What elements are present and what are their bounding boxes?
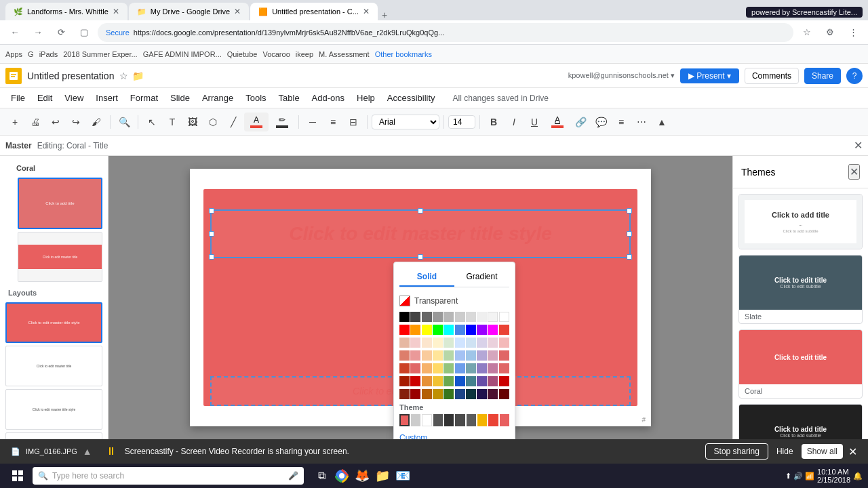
theme-color-6[interactable] [455, 414, 465, 426]
theme-card-coral[interactable]: Click to edit title Coral [738, 329, 863, 399]
firefox-app[interactable]: 🦊 [353, 466, 372, 485]
close-editing-btn[interactable]: ✕ [854, 139, 863, 152]
format-paint-btn[interactable]: 🖌 [87, 113, 106, 131]
align-btn[interactable]: ≡ [323, 113, 342, 131]
new-tab-btn[interactable]: + [382, 9, 387, 20]
folder-icon[interactable]: 📁 [132, 70, 144, 81]
comment-btn[interactable]: 💬 [591, 113, 610, 131]
color-cell[interactable] [455, 338, 465, 348]
back-btn[interactable]: ← [5, 23, 24, 42]
color-cell[interactable] [488, 338, 498, 348]
color-cell[interactable] [466, 325, 476, 335]
forward-btn[interactable]: → [28, 23, 47, 42]
zoom-btn[interactable]: 🔍 [115, 113, 134, 131]
color-cell[interactable] [433, 363, 443, 373]
bookmark-quietube[interactable]: Quietube [227, 50, 258, 58]
custom-link[interactable]: Custom... [399, 430, 509, 439]
menu-file[interactable]: File [5, 90, 31, 106]
theme-color-2[interactable] [411, 414, 420, 426]
menu-help[interactable]: Help [351, 90, 380, 106]
color-cell[interactable] [499, 389, 509, 399]
title-textbox[interactable]: Click to edit master title style [210, 209, 631, 258]
bookmark-ikeep[interactable]: ikeep [296, 50, 313, 58]
color-cell[interactable] [433, 312, 443, 322]
taskbar-search[interactable]: 🔍 Type here to search 🎤 [33, 467, 304, 485]
theme-color-3[interactable] [422, 414, 431, 426]
color-cell[interactable] [488, 376, 498, 386]
close-notification-btn[interactable]: ✕ [848, 445, 857, 458]
color-cell[interactable] [422, 363, 432, 373]
home-btn[interactable]: ▢ [75, 23, 94, 42]
distribute-btn[interactable]: ⊟ [344, 113, 363, 131]
color-cell[interactable] [443, 350, 454, 361]
theme-color-9[interactable] [488, 414, 498, 426]
theme-card-slate[interactable]: Click to edit title Click to edit subtit… [738, 255, 863, 324]
color-cell[interactable] [399, 338, 410, 348]
bookmark-apps[interactable]: Apps [5, 50, 22, 58]
more-btn[interactable]: ⋯ [632, 113, 651, 131]
menu-table[interactable]: Table [273, 90, 305, 106]
color-cell[interactable] [410, 312, 420, 322]
theme-card-dark[interactable]: Click to add title Click to add subtitle [738, 404, 863, 439]
color-cell[interactable] [455, 312, 465, 322]
redo-btn[interactable]: ↪ [66, 113, 85, 131]
color-cell[interactable] [488, 325, 498, 335]
comments-btn[interactable]: Comments [745, 68, 799, 84]
color-cell[interactable] [488, 389, 498, 399]
color-cell[interactable] [466, 389, 476, 399]
download-expand-icon[interactable]: ▲ [83, 446, 92, 457]
tab-close-icon[interactable]: ✕ [113, 7, 119, 16]
color-cell[interactable] [410, 389, 420, 399]
menu-addons[interactable]: Add-ons [307, 90, 350, 106]
color-cell[interactable] [443, 325, 454, 335]
color-cell[interactable] [422, 389, 432, 399]
color-cell[interactable] [410, 338, 420, 348]
slide-thumb-2[interactable]: Click to edit master title [18, 232, 102, 282]
color-cell[interactable] [477, 338, 487, 348]
theme-card-default[interactable]: Click to add title ... Click to add subt… [738, 194, 863, 249]
tab-close-icon[interactable]: ✕ [363, 7, 370, 16]
color-cell[interactable] [422, 376, 432, 386]
image-btn[interactable]: 🖼 [183, 113, 202, 131]
star-icon[interactable]: ☆ [119, 70, 128, 81]
browser-tab-landforms[interactable]: 🌿 Landforms - Mrs. Whittle ✕ [5, 3, 127, 20]
theme-color-7[interactable] [467, 414, 476, 426]
explorer-app[interactable]: 📁 [373, 466, 392, 485]
color-cell[interactable] [477, 312, 487, 322]
tab-close-icon[interactable]: ✕ [234, 7, 241, 16]
color-cell[interactable] [443, 363, 454, 373]
taskview-btn[interactable]: ⧉ [312, 466, 331, 485]
show-all-btn[interactable]: Show all [802, 444, 843, 459]
menu-insert[interactable]: Insert [90, 90, 123, 106]
color-cell[interactable] [399, 389, 410, 399]
menu-slide[interactable]: Slide [165, 90, 195, 106]
shapes-btn[interactable]: ⬡ [203, 113, 222, 131]
color-cell[interactable] [399, 312, 410, 322]
hide-btn[interactable]: Hide [776, 447, 793, 456]
font-select[interactable]: Arial [372, 115, 439, 129]
color-cell[interactable] [433, 325, 443, 335]
color-cell[interactable] [399, 325, 410, 335]
color-cell[interactable] [443, 376, 454, 386]
layout-thumb-2[interactable]: Click to edit master title [5, 346, 102, 386]
theme-color-5[interactable] [444, 414, 454, 426]
print-btn[interactable]: 🖨 [26, 113, 45, 131]
theme-color-10[interactable] [500, 414, 509, 426]
color-cell[interactable] [466, 363, 476, 373]
color-cell[interactable] [455, 363, 465, 373]
color-cell[interactable] [499, 363, 509, 373]
color-cell[interactable] [477, 350, 487, 361]
cp-tab-gradient[interactable]: Gradient [454, 268, 509, 287]
presentation-title[interactable]: Untitled presentation [27, 70, 114, 81]
color-cell[interactable] [410, 376, 420, 386]
color-cell[interactable] [488, 350, 498, 361]
layout-thumb-3[interactable]: Click to edit master title style [5, 389, 102, 430]
color-cell[interactable] [477, 376, 487, 386]
color-cell[interactable] [410, 350, 420, 361]
share-btn[interactable]: Share [804, 68, 841, 84]
start-btn[interactable] [5, 464, 30, 488]
layout-thumb-4[interactable]: Click to edit master title style [5, 432, 102, 439]
color-cell[interactable] [466, 376, 476, 386]
text-align-btn[interactable]: ≡ [612, 113, 631, 131]
chrome-app[interactable] [332, 466, 351, 485]
